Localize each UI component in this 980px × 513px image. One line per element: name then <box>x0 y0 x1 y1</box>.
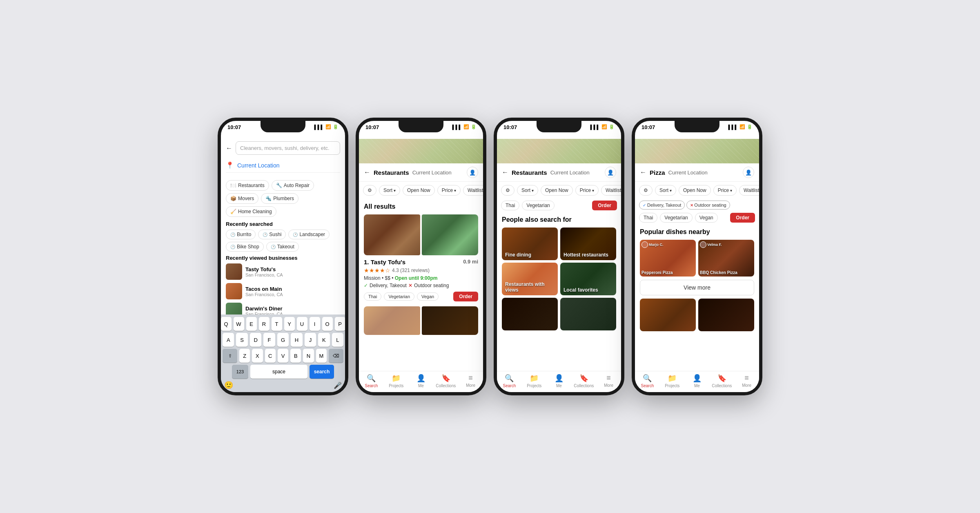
order-button-3[interactable]: Order <box>592 201 617 210</box>
key-i[interactable]: I <box>310 317 320 331</box>
tag-thai-4[interactable]: Thai <box>639 213 657 223</box>
nav-collections-3[interactable]: 🔖 Collections <box>571 374 596 388</box>
nav-projects-3[interactable]: 📁 Projects <box>522 374 547 388</box>
key-n[interactable]: N <box>303 349 314 363</box>
key-g[interactable]: G <box>277 333 289 347</box>
key-s[interactable]: S <box>236 333 247 347</box>
filter-open-now[interactable]: Open Now <box>403 185 435 196</box>
back-arrow-4[interactable]: ← <box>640 169 646 176</box>
outdoor-seating-tag[interactable]: ✕ Outdoor seating <box>686 201 730 210</box>
grid-building[interactable] <box>560 298 616 330</box>
search-input-box[interactable]: Cleaners, movers, sushi, delivery, etc. <box>236 141 340 155</box>
filter-open-now-3[interactable]: Open Now <box>541 185 573 196</box>
nav-collections-2[interactable]: 🔖 Collections <box>433 374 458 388</box>
tag-vegetarian[interactable]: Vegetarian <box>384 292 414 301</box>
nav-projects-4[interactable]: 📁 Projects <box>660 374 685 388</box>
key-shift[interactable]: ⇧ <box>223 349 237 363</box>
grid-item-1[interactable] <box>640 299 696 331</box>
user-location-icon[interactable]: 👤 <box>467 167 478 178</box>
cat-restaurants[interactable]: 🍽️ Restaurants <box>226 180 269 191</box>
nav-search-2[interactable]: 🔍 Search <box>359 374 384 388</box>
key-w[interactable]: W <box>234 317 244 331</box>
nav-search-3[interactable]: 🔍 Search <box>497 374 522 388</box>
emoji-icon[interactable]: 🙂 <box>224 381 233 390</box>
chip-sushi[interactable]: 🕐 Sushi <box>258 230 286 239</box>
tag-thai-3[interactable]: Thai <box>501 201 519 210</box>
biz-item-tofu[interactable]: Tasty Tofu's San Francisco, CA <box>226 263 340 280</box>
key-u[interactable]: U <box>297 317 307 331</box>
filter-price[interactable]: Price ▾ <box>437 185 461 196</box>
key-backspace[interactable]: ⌫ <box>329 349 343 363</box>
grid-hottest[interactable]: Hottest restaurants <box>560 228 616 260</box>
user-location-icon-3[interactable]: 👤 <box>605 167 616 178</box>
key-v[interactable]: V <box>278 349 288 363</box>
key-t[interactable]: T <box>272 317 282 331</box>
filter-price-3[interactable]: Price ▾ <box>575 185 599 196</box>
order-button[interactable]: Order <box>453 292 478 301</box>
key-123[interactable]: 123 <box>232 365 248 379</box>
location-row[interactable]: 📍 Current Location <box>226 158 340 173</box>
nav-more-4[interactable]: ≡ More <box>734 374 759 388</box>
tag-vegan-4[interactable]: Vegan <box>695 213 718 223</box>
key-a[interactable]: A <box>223 333 234 347</box>
key-p[interactable]: P <box>335 317 345 331</box>
nav-more-2[interactable]: ≡ More <box>458 374 483 388</box>
filter-waitlist[interactable]: Waitlist <box>463 185 483 196</box>
back-arrow-2[interactable]: ← <box>364 169 370 176</box>
key-search[interactable]: search <box>310 365 334 379</box>
key-q[interactable]: Q <box>221 317 232 331</box>
cat-auto-repair[interactable]: 🔧 Auto Repair <box>272 180 314 191</box>
tag-vegetarian-4[interactable]: Vegetarian <box>660 213 692 223</box>
mic-icon[interactable]: 🎤 <box>334 381 342 389</box>
dish-pepperoni[interactable]: Marjo C. Pepperoni Pizza <box>640 240 696 277</box>
key-x[interactable]: X <box>252 349 263 363</box>
grid-local[interactable]: Local favorites <box>560 263 616 295</box>
filter-tune-icon-4[interactable]: ⚙ <box>639 185 653 196</box>
cat-home-cleaning[interactable]: 🧹 Home Cleaning <box>226 206 276 217</box>
nav-me-3[interactable]: 👤 Me <box>547 374 572 388</box>
grid-views[interactable]: Restaurants with views <box>502 263 558 295</box>
biz-item-darwin[interactable]: Darwin's Diner San Francisco, CA <box>226 303 340 314</box>
key-j[interactable]: J <box>305 333 316 347</box>
grid-item-2[interactable] <box>698 299 754 331</box>
dish-bbq[interactable]: Velma F. BBQ Chicken Pizza <box>698 240 754 277</box>
filter-waitlist-3[interactable]: Waitlist <box>601 185 621 196</box>
nav-me-4[interactable]: 👤 Me <box>685 374 710 388</box>
cat-movers[interactable]: 📦 Movers <box>226 193 258 204</box>
grid-dark-food[interactable] <box>502 298 558 330</box>
back-arrow[interactable]: ← <box>226 145 232 152</box>
key-z[interactable]: Z <box>239 349 250 363</box>
key-o[interactable]: O <box>322 317 333 331</box>
biz-item-tacos[interactable]: Tacos on Main San Francisco, CA <box>226 283 340 299</box>
tag-vegetarian-3[interactable]: Vegetarian <box>522 201 554 210</box>
nav-me-2[interactable]: 👤 Me <box>409 374 434 388</box>
key-k[interactable]: K <box>318 333 330 347</box>
key-d[interactable]: D <box>250 333 261 347</box>
nav-more-3[interactable]: ≡ More <box>596 374 621 388</box>
cat-plumbers[interactable]: 🔩 Plumbers <box>261 193 298 204</box>
filter-sort[interactable]: Sort ▾ <box>379 185 400 196</box>
key-m[interactable]: M <box>316 349 327 363</box>
filter-price-4[interactable]: Price ▾ <box>713 185 737 196</box>
chip-takeout[interactable]: 🕐 Takeout <box>266 242 299 252</box>
user-location-icon-4[interactable]: 👤 <box>743 167 754 178</box>
chip-landscaper[interactable]: 🕐 Landscaper <box>288 230 330 239</box>
result-card-1[interactable]: 1. Tasty Tofu's 0.9 mi ★★★★☆ 4.3 (321 re… <box>364 259 478 301</box>
nav-search-4[interactable]: 🔍 Search <box>635 374 660 388</box>
filter-waitlist-4[interactable]: Waitlist <box>739 185 759 196</box>
grid-fine-dining[interactable]: Fine dining <box>502 228 558 260</box>
tag-thai[interactable]: Thai <box>364 292 381 301</box>
view-more-button[interactable]: View more <box>640 280 754 295</box>
key-h[interactable]: H <box>291 333 302 347</box>
key-e[interactable]: E <box>246 317 257 331</box>
filter-open-now-4[interactable]: Open Now <box>679 185 711 196</box>
key-f[interactable]: F <box>263 333 275 347</box>
nav-projects-2[interactable]: 📁 Projects <box>384 374 409 388</box>
filter-tune-icon[interactable]: ⚙ <box>363 185 376 196</box>
chip-bike-shop[interactable]: 🕐 Bike Shop <box>226 242 264 252</box>
key-y[interactable]: Y <box>284 317 295 331</box>
filter-sort-3[interactable]: Sort ▾ <box>517 185 538 196</box>
filter-sort-4[interactable]: Sort ▾ <box>655 185 676 196</box>
back-arrow-3[interactable]: ← <box>502 169 508 176</box>
nav-collections-4[interactable]: 🔖 Collections <box>709 374 734 388</box>
